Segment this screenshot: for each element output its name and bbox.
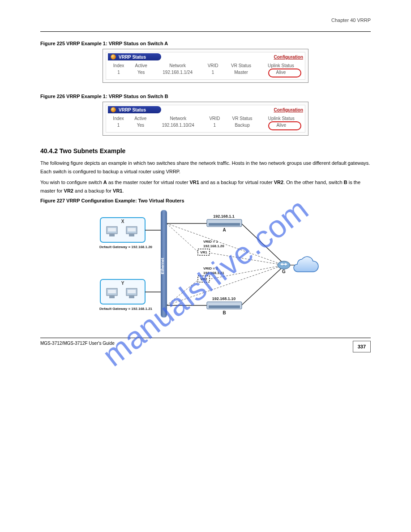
p2-bold-a: A (103, 180, 107, 185)
cell-active: Yes (129, 122, 152, 129)
svg-rect-16 (129, 234, 134, 236)
p2-bold-vr2: VR2 (274, 180, 283, 185)
cell-vrid: 1 (204, 122, 225, 129)
cloud-icon (294, 257, 318, 272)
switch-b-label: B (223, 310, 226, 315)
svg-rect-13 (109, 234, 115, 236)
gw-y-text: Default Gateway = 192.168.1.21 (99, 307, 153, 311)
table-header-row: Index Active Network VRID VR Status Upli… (108, 115, 303, 122)
footer-guide: MGS-3712/MGS-3712F User's Guide (40, 341, 115, 346)
panel-title-a: VRRP Status (108, 53, 161, 60)
cell-network: 192.168.1.1/24 (153, 69, 202, 76)
svg-rect-28 (209, 223, 240, 226)
page-number: 337 (353, 341, 371, 352)
configuration-link-b[interactable]: Configuration (274, 107, 303, 112)
panel-title-b: VRRP Status (108, 106, 161, 113)
svg-line-1 (167, 223, 199, 253)
panel-title-text-b: VRRP Status (119, 107, 146, 112)
section-paragraph-1: The following figure depicts an example … (40, 159, 371, 176)
col-vrstatus: VR Status (225, 115, 260, 122)
svg-rect-21 (109, 296, 115, 298)
svg-rect-23 (128, 290, 136, 293)
highlight-oval-b (268, 121, 301, 130)
vr2-ip: 192.168.1.21 (203, 271, 224, 275)
col-uplink: Uplink Status (260, 115, 303, 122)
col-uplink: Uplink Status (259, 62, 303, 69)
panel-title-text-a: VRRP Status (119, 55, 146, 60)
table-header-row: Index Active Network VRID VR Status Upli… (108, 62, 303, 69)
col-active: Active (129, 62, 153, 69)
svg-line-9 (241, 266, 284, 305)
vrrp-status-panel-b: VRRP Status Configuration Index Active N… (103, 102, 308, 136)
gw-x-text: Default Gateway = 192.168.1.20 (99, 245, 153, 249)
switch-a-label: A (223, 227, 226, 232)
vr2-vrid: VRID = 2 (203, 266, 218, 270)
col-vrid: VRID (204, 115, 225, 122)
highlight-oval-a (268, 69, 301, 77)
vr1-ip: 192.168.1.20 (203, 244, 224, 248)
switch-b-ip: 192.168.1.10 (212, 296, 236, 301)
p2-frag: and as a backup for virtual router (199, 180, 274, 185)
col-network: Network (153, 62, 202, 69)
col-index: Index (108, 62, 129, 69)
ethernet-label: Ethernet (160, 257, 165, 274)
vrrp-status-panel-a: VRRP Status Configuration Index Active N… (103, 49, 308, 83)
svg-rect-20 (108, 290, 116, 293)
switch-a-ip: 192.168.1.1 (213, 214, 235, 219)
figure-227-label: Figure 227 VRRP Configuration Example: T… (40, 198, 371, 203)
p2-frag: as the master router for virtual router (107, 180, 190, 185)
router-g-label: G (282, 269, 286, 274)
orb-icon (111, 54, 116, 60)
p2-frag: You wish to configure switch (40, 180, 103, 185)
figure-226-label: Figure 226 VRRP Example 1: VRRP Status o… (40, 94, 371, 99)
p2-frag: . (122, 188, 124, 193)
p2-frag: and a backup for (73, 188, 113, 193)
col-vrstatus: VR Status (223, 62, 259, 69)
p2-bold-b: B (344, 180, 347, 185)
col-vrid: VRID (202, 62, 223, 69)
svg-line-4 (208, 253, 284, 265)
col-active: Active (129, 115, 152, 122)
p2-bold-vr1b: VR1 (113, 188, 122, 193)
network-diagram: X Default Gateway = 192.168.1.20 Y Defau… (91, 208, 320, 320)
vr1-vrid: VRID = 1 (203, 240, 218, 244)
svg-rect-15 (128, 228, 136, 232)
p2-bold-vr1: VR1 (189, 180, 199, 185)
p2-bold-vr2b: VR2 (64, 188, 73, 193)
cell-active: Yes (129, 69, 153, 76)
section-paragraph-2: You wish to configure switch A as the ma… (40, 178, 371, 195)
orb-icon (111, 107, 116, 112)
cell-index: 1 (108, 69, 129, 76)
vr1-box-label: VR1 (200, 250, 207, 254)
cell-vrstatus: Backup (225, 122, 260, 129)
svg-rect-32 (209, 305, 240, 308)
cell-vrid: 1 (202, 69, 223, 76)
cell-network: 192.168.1.10/24 (152, 122, 204, 129)
p2-frag: . On the other hand, switch (283, 180, 344, 185)
configuration-link-a[interactable]: Configuration (274, 55, 303, 60)
chapter-label: Chapter 40 VRRP (40, 17, 371, 23)
cell-index: 1 (108, 122, 129, 129)
vr2-box-label: VR2 (200, 277, 207, 281)
figure-225-label: Figure 225 VRRP Example 1: VRRP Status o… (40, 41, 371, 46)
col-index: Index (108, 115, 129, 122)
section-heading: 40.4.2 Two Subnets Example (40, 147, 371, 154)
x-label: X (121, 219, 124, 224)
col-network: Network (152, 115, 204, 122)
svg-rect-12 (108, 228, 116, 232)
svg-line-3 (167, 279, 199, 305)
y-label: Y (121, 281, 124, 286)
svg-rect-24 (129, 296, 134, 298)
cell-vrstatus: Master (223, 69, 259, 76)
svg-point-33 (278, 261, 290, 269)
